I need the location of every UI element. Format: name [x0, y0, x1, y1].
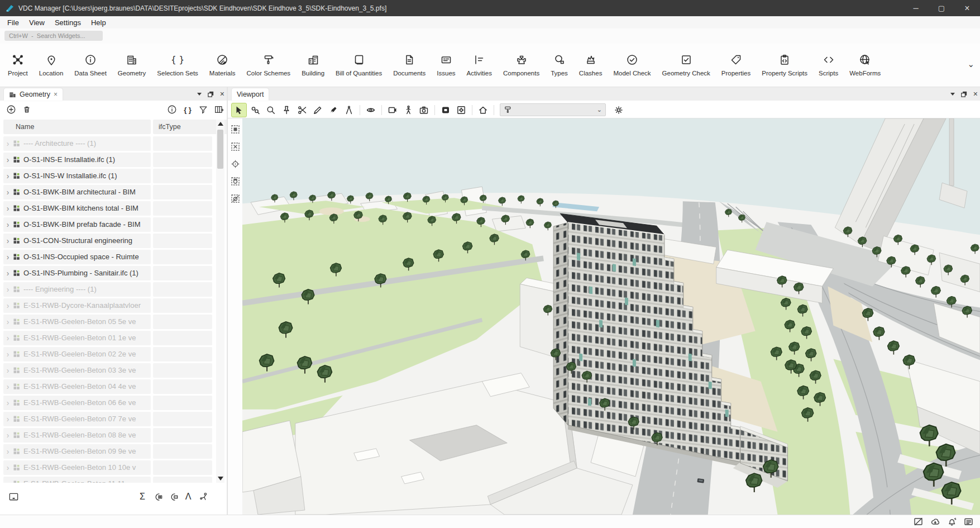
panel-close-icon[interactable]: ×: [220, 89, 224, 98]
toolbar-activities-button[interactable]: Activities: [461, 54, 498, 77]
chevron-right-icon[interactable]: [3, 382, 12, 391]
tree-scrollbar[interactable]: [216, 120, 224, 483]
toolbar-components-button[interactable]: Components: [498, 54, 545, 77]
chevron-right-icon[interactable]: [3, 172, 12, 180]
table-row[interactable]: E-S1-RWB-Geelen-Beton 01 1e ve: [0, 330, 217, 346]
chevron-right-icon[interactable]: [3, 350, 12, 359]
bell-icon[interactable]: [947, 517, 957, 526]
focus-selection-button[interactable]: [229, 158, 241, 170]
toolbar-webforms-button[interactable]: WebForms: [844, 54, 886, 77]
scroll-up-icon[interactable]: [216, 120, 224, 128]
toolbar-bill-of-quantities-button[interactable]: Bill of Quantities: [330, 54, 388, 77]
person-route-button[interactable]: [195, 490, 211, 503]
add-node-button[interactable]: [3, 103, 19, 116]
link-selection-button[interactable]: [150, 490, 165, 503]
camera-view-tool-button[interactable]: [385, 103, 400, 117]
select-tool-button[interactable]: [231, 103, 247, 117]
color-scheme-select[interactable]: ⌄: [500, 103, 606, 116]
clear-selection-button[interactable]: [229, 140, 241, 153]
scroll-down-icon[interactable]: [216, 474, 224, 483]
chevron-right-icon[interactable]: [3, 415, 12, 424]
pin-tool-button[interactable]: [279, 103, 294, 117]
chevron-right-icon[interactable]: [3, 155, 12, 164]
chevron-right-icon[interactable]: [3, 366, 12, 375]
table-row[interactable]: ---- Engineering ---- (1): [0, 281, 217, 297]
chevron-right-icon[interactable]: [3, 463, 12, 472]
chevron-right-icon[interactable]: [3, 253, 12, 261]
table-row[interactable]: E-S1-RWB-Geelen-Beton 10 10e v: [0, 459, 217, 475]
toolbar-selection-sets-button[interactable]: { } Selection Sets: [151, 54, 204, 77]
pen-markup-tool-button[interactable]: [326, 103, 341, 117]
toolbar-location-button[interactable]: Location: [34, 54, 69, 77]
chevron-right-icon[interactable]: [3, 334, 12, 343]
measure-tool-button[interactable]: [342, 103, 356, 117]
widget-search-input[interactable]: [4, 31, 103, 41]
sum-quantities-button[interactable]: Σ: [135, 492, 150, 502]
panel-close-icon[interactable]: ×: [973, 89, 978, 98]
menu-settings[interactable]: Settings: [50, 18, 86, 27]
image-off-icon[interactable]: [914, 517, 923, 526]
toolbar-data-sheet-button[interactable]: Data Sheet: [69, 54, 112, 77]
home-view-button[interactable]: [476, 103, 490, 117]
multi-select-tool-button[interactable]: [248, 103, 262, 117]
table-row[interactable]: O-S1-BWK-BIM kitchens total - BIM: [0, 200, 217, 216]
panel-menu-chevron-icon[interactable]: [950, 93, 955, 96]
render-mode-button[interactable]: [438, 103, 453, 117]
chevron-right-icon[interactable]: [3, 317, 12, 326]
toolbar-project-button[interactable]: Project: [2, 54, 34, 77]
maximize-button[interactable]: ▢: [929, 0, 954, 16]
toolbar-properties-button[interactable]: Properties: [716, 54, 756, 77]
table-row[interactable]: E-S1-RWB-Geelen-Beton 04 4e ve: [0, 378, 217, 394]
section-cut-tool-button[interactable]: [295, 103, 309, 117]
chevron-right-icon[interactable]: [3, 447, 12, 456]
toolbar-overflow-chevron-icon[interactable]: ⌄: [967, 59, 974, 69]
info-button[interactable]: [164, 103, 180, 116]
chevron-right-icon[interactable]: [3, 236, 12, 245]
panel-float-icon[interactable]: [207, 91, 214, 98]
table-row[interactable]: E-S1-RWB-Geelen-Beton 07 7e ve: [0, 411, 217, 427]
snapshot-tool-button[interactable]: [417, 103, 431, 117]
chevron-right-icon[interactable]: [3, 431, 12, 440]
toolbar-geometry-button[interactable]: Geometry: [112, 54, 152, 77]
toolbar-documents-button[interactable]: Documents: [388, 54, 431, 77]
chevron-right-icon[interactable]: [3, 479, 12, 483]
table-row[interactable]: E-S1-RWB-Geelen-Beton 03 3e ve: [0, 362, 217, 378]
table-row[interactable]: O-S1-BWK-BIM prefab facade - BIM: [0, 216, 217, 232]
3d-viewport[interactable]: [242, 118, 980, 515]
link-selection-alt-button[interactable]: [165, 490, 181, 503]
walk-tool-button[interactable]: [401, 103, 415, 117]
menu-view[interactable]: View: [24, 18, 50, 27]
toolbar-building-button[interactable]: Building: [296, 54, 330, 77]
chevron-right-icon[interactable]: [3, 398, 12, 407]
toolbar-geometry-check-button[interactable]: Geometry Check: [657, 54, 716, 77]
toolbar-issues-button[interactable]: Issues: [431, 54, 461, 77]
table-row[interactable]: E-S1-RWB-Geelen-Beton 09 9e ve: [0, 443, 217, 459]
menu-file[interactable]: File: [2, 18, 24, 27]
table-row[interactable]: O-S1-BWK-BIM architectural - BIM: [0, 184, 217, 200]
table-row[interactable]: E-S1-RWB-Geelen-Beton 05 5e ve: [0, 313, 217, 330]
lambda-button[interactable]: Λ: [181, 492, 195, 502]
console-log-icon[interactable]: [964, 517, 973, 526]
toolbar-materials-button[interactable]: Materials: [204, 54, 241, 77]
visibility-tool-button[interactable]: [364, 103, 378, 117]
frame-selection-button[interactable]: [229, 123, 241, 135]
chevron-right-icon[interactable]: [3, 204, 12, 213]
panel-float-icon[interactable]: [960, 91, 968, 98]
table-row[interactable]: E-S1-RWB-Dycore-Kanaalplaatvloer: [0, 297, 217, 313]
table-row[interactable]: O-S1-INS-Occupied space - Ruimte: [0, 249, 217, 265]
viewport-gear-button[interactable]: [611, 103, 626, 117]
table-row[interactable]: O-S1-CON-Structural engineering: [0, 232, 217, 249]
table-row[interactable]: O-S1-INS-E Installatie.ifc (1): [0, 151, 217, 168]
tab-viewport[interactable]: Viewport: [232, 88, 269, 101]
toolbar-types-button[interactable]: Types: [545, 54, 573, 77]
chevron-right-icon[interactable]: [3, 285, 12, 294]
chevron-right-icon[interactable]: [3, 301, 12, 310]
toolbar-model-check-button[interactable]: Model Check: [608, 54, 656, 77]
chevron-right-icon[interactable]: [3, 139, 12, 148]
toolbar-clashes-button[interactable]: Clashes: [573, 54, 608, 77]
table-row[interactable]: E-S1-RWB-Geelen-Beton 06 6e ve: [0, 394, 217, 411]
column-header-name[interactable]: Name: [3, 120, 151, 134]
toolbar-scripts-button[interactable]: Scripts: [813, 54, 844, 77]
table-row[interactable]: E-S1-RWB-Geelen-Beton 02 2e ve: [0, 346, 217, 362]
screen-view-button[interactable]: [6, 490, 21, 503]
